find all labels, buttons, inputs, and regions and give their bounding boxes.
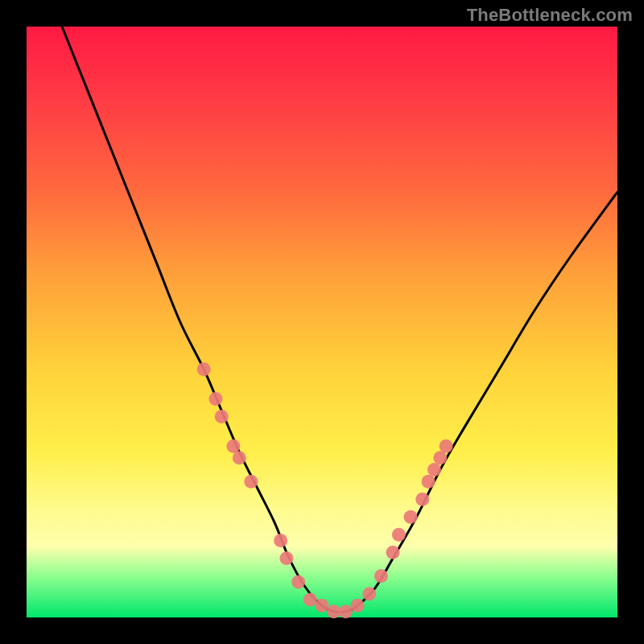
marker-dot [226,440,240,453]
marker-dot [244,475,258,489]
marker-dot [279,551,293,565]
marker-dot [233,451,246,464]
marker-dot [274,534,287,547]
marker-dot [392,528,406,542]
watermark-text: TheBottleneck.com [467,5,633,26]
marker-dot [362,587,376,601]
marker-dot [404,510,418,524]
marker-dot [386,546,400,559]
marker-dot [374,569,388,583]
marker-dot [291,575,305,588]
marker-dot [433,451,447,464]
marker-dot [339,605,353,618]
marker-dot [415,493,429,506]
curve-path [62,27,617,613]
marker-dot [427,463,441,477]
marker-dot [327,605,341,618]
marker-dot [422,475,436,489]
marker-dot [215,410,229,423]
highlighted-points [197,362,453,618]
marker-dot [351,599,365,613]
marker-dot [303,592,317,606]
bottleneck-curve [62,27,617,613]
chart-svg [27,27,617,617]
chart-frame: TheBottleneck.com [0,0,644,644]
marker-dot [197,362,211,376]
plot-area [27,27,617,617]
marker-dot [208,392,222,406]
marker-dot [440,440,453,453]
marker-dot [316,599,329,613]
